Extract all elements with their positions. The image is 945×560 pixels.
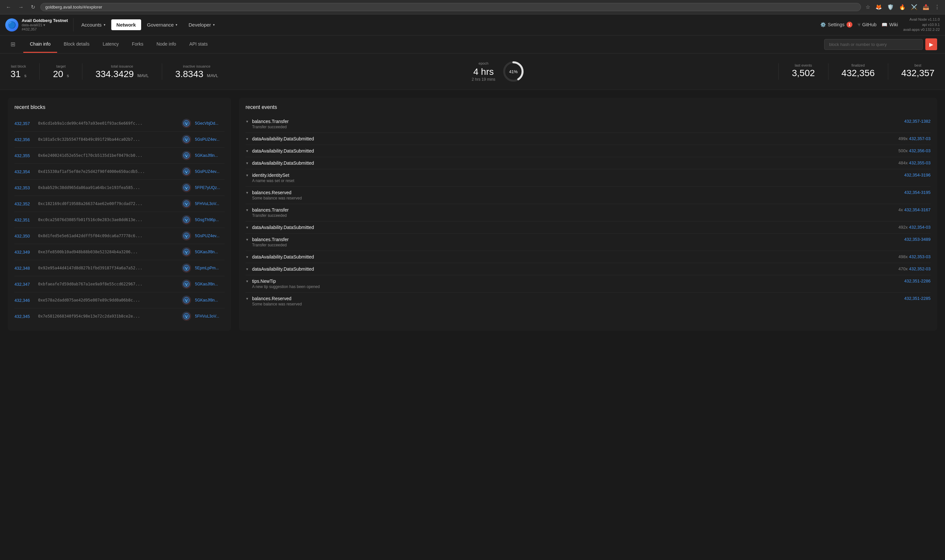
block-address[interactable]: 5EpmLpPm... — [195, 266, 225, 270]
event-info: identity.IdentitySet A name was set or r… — [252, 172, 901, 183]
chevron-icon: ▼ — [245, 255, 249, 259]
grid-icon[interactable]: ⊞ — [8, 35, 18, 53]
tab-node-info[interactable]: Node info — [150, 36, 183, 53]
extension-2[interactable]: 🛡️ — [886, 3, 895, 11]
search-go-button[interactable]: ▶ — [925, 38, 937, 50]
svg-rect-43 — [185, 283, 186, 285]
event-link[interactable]: 432,354-3195 — [904, 190, 931, 195]
block-number[interactable]: 432,357 — [14, 121, 34, 126]
block-number[interactable]: 432,355 — [14, 153, 34, 158]
event-link[interactable]: 432,353-03 — [909, 254, 931, 259]
svg-rect-45 — [186, 285, 187, 286]
event-link[interactable]: 432,357-1382 — [904, 119, 931, 124]
event-link[interactable]: 432,357-03 — [909, 136, 931, 141]
nav-developer[interactable]: Developer ▾ — [183, 19, 220, 30]
block-number[interactable]: 432,352 — [14, 202, 34, 206]
nav-accounts[interactable]: Accounts ▾ — [76, 19, 111, 30]
chevron-icon: ▼ — [245, 120, 249, 123]
nav-network[interactable]: Network — [111, 19, 141, 30]
event-link[interactable]: 432,355-03 — [909, 160, 931, 165]
block-row: 432,351 0xc0ca25076d3085fb01f516c0e283c3… — [14, 212, 225, 228]
block-search-input[interactable] — [824, 39, 923, 50]
tab-block-details[interactable]: Block details — [57, 36, 96, 53]
tab-chain-info[interactable]: Chain info — [23, 36, 57, 53]
event-desc: A name was set or reset — [252, 178, 901, 183]
block-number[interactable]: 432,349 — [14, 250, 34, 255]
event-link[interactable]: 432,354-3167 — [904, 207, 931, 212]
block-number[interactable]: 432,346 — [14, 298, 34, 303]
back-button[interactable]: ← — [4, 3, 13, 11]
settings-menu-item[interactable]: ⚙️ Settings 1 — [820, 22, 853, 28]
menu-button[interactable]: ⋮ — [933, 3, 941, 11]
svg-rect-36 — [187, 251, 188, 252]
event-desc: Some balance was reserved — [252, 196, 901, 200]
block-address[interactable]: 5GKaoJf8n... — [195, 298, 225, 303]
svg-rect-40 — [187, 267, 188, 268]
block-address[interactable]: 5GsPUZ4ev... — [195, 137, 225, 142]
epoch-section: epoch 4 hrs 2 hrs 19 mins 41% — [231, 60, 765, 83]
forward-button[interactable]: → — [16, 3, 26, 11]
block-number[interactable]: 432,351 — [14, 217, 34, 222]
event-link[interactable]: 432,351-2286 — [904, 278, 931, 283]
block-number[interactable]: 432,356 — [14, 137, 34, 142]
block-number[interactable]: 432,345 — [14, 314, 34, 319]
event-link[interactable]: 432,351-2285 — [904, 296, 931, 301]
tab-latency[interactable]: Latency — [96, 36, 125, 53]
stat-target: target 20 s — [53, 64, 69, 79]
extension-1[interactable]: 🦊 — [874, 3, 883, 11]
event-row: ▼ dataAvailability.DataSubmitted 500x 43… — [245, 145, 931, 157]
block-address[interactable]: 5GKaoJf8n... — [195, 250, 225, 254]
block-number[interactable]: 432,348 — [14, 266, 34, 271]
block-address[interactable]: 5GsgTh96p... — [195, 217, 225, 222]
event-link[interactable]: 432,356-03 — [909, 148, 931, 153]
tab-api-stats[interactable]: API stats — [183, 36, 214, 53]
block-row: 432,350 0x8d1fed5e5e61ad42ddff5f04c09dca… — [14, 228, 225, 244]
block-address[interactable]: 5GsPUZ4ev... — [195, 169, 225, 174]
block-identicon — [182, 280, 191, 289]
chevron-icon: ▼ — [245, 297, 249, 300]
extension-4[interactable]: ⚔️ — [910, 3, 919, 11]
block-number[interactable]: 432,353 — [14, 185, 34, 190]
stat-total-issuance: total issuance 334.3429 MAVL — [96, 64, 149, 79]
event-info: balances.Reserved Some balance was reser… — [252, 190, 901, 200]
event-link-container: 432,354-3196 — [904, 172, 931, 177]
chevron-icon: ▼ — [245, 162, 249, 165]
reload-button[interactable]: ↻ — [29, 3, 37, 11]
governance-caret: ▾ — [176, 23, 177, 26]
bookmark-button[interactable]: ☆ — [864, 3, 871, 11]
svg-rect-35 — [185, 251, 186, 252]
address-bar[interactable]: goldberg.avail.tools/#/explorer — [40, 3, 861, 11]
block-address[interactable]: 5FHVuL3oV... — [195, 314, 225, 318]
tab-forks[interactable]: Forks — [125, 36, 150, 53]
block-address[interactable]: 5GsPUZ4ev... — [195, 234, 225, 238]
event-info: tips.NewTip A new tip suggestion has bee… — [252, 278, 901, 289]
block-number[interactable]: 432,350 — [14, 234, 34, 238]
block-number[interactable]: 432,354 — [14, 169, 34, 174]
event-info: dataAvailability.DataSubmitted — [252, 225, 895, 230]
block-address[interactable]: 5GKaoJf8n... — [195, 153, 225, 158]
svg-rect-31 — [185, 235, 186, 236]
event-row: ▼ balances.Transfer Transfer succeeded 4… — [245, 234, 931, 251]
event-count: 499x — [899, 136, 908, 141]
github-link[interactable]: ⑂ GitHub — [858, 22, 877, 27]
logo-text: Avail Goldberg Testnet data-avail/21 ▾ #… — [22, 18, 68, 32]
event-link[interactable]: 432,352-03 — [909, 266, 931, 271]
block-row: 432,354 0xd15330af1af5ef8e7e25d42f90f400… — [14, 164, 225, 180]
developer-caret: ▾ — [213, 23, 215, 26]
events-panel-title: recent events — [245, 104, 931, 110]
wiki-link[interactable]: 📖 Wiki — [882, 22, 898, 27]
extension-5[interactable]: 📥 — [921, 3, 931, 11]
extension-3[interactable]: 🔥 — [898, 3, 907, 11]
main-content: recent blocks 432,357 0x6cd1eb9a1cde99c4… — [0, 90, 945, 338]
block-address[interactable]: 5GecVbjDd... — [195, 121, 225, 126]
block-address[interactable]: 5FPE7yUQz... — [195, 185, 225, 190]
nav-governance[interactable]: Governance ▾ — [142, 19, 183, 30]
event-info: dataAvailability.DataSubmitted — [252, 160, 895, 166]
event-link[interactable]: 432,353-3489 — [904, 237, 931, 242]
event-link[interactable]: 432,354-3196 — [904, 172, 931, 177]
target-value: 20 s — [53, 69, 69, 79]
block-number[interactable]: 432,347 — [14, 282, 34, 287]
block-address[interactable]: 5FHVuL3oV... — [195, 202, 225, 206]
event-link[interactable]: 432,354-03 — [909, 225, 931, 230]
block-address[interactable]: 5GKaoJf8n... — [195, 282, 225, 286]
